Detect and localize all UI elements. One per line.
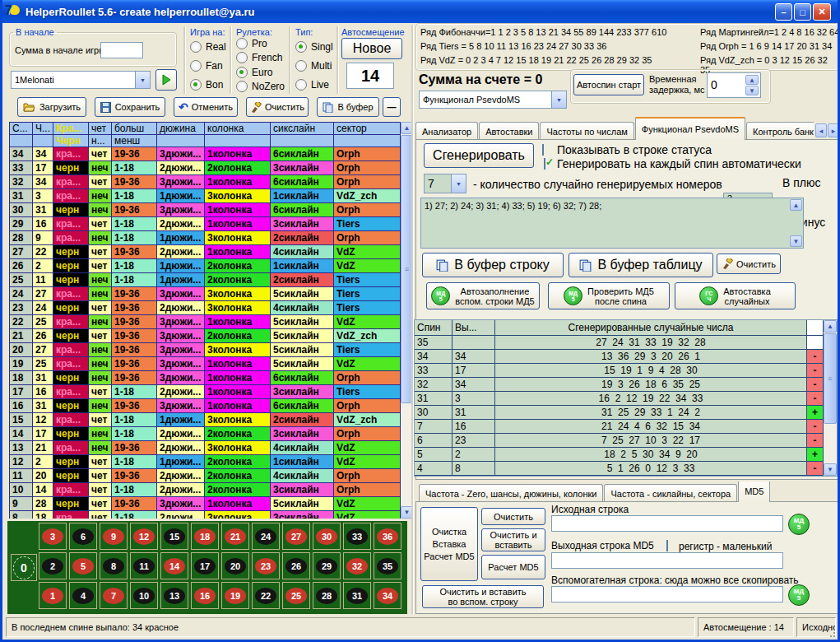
scroll-up-icon[interactable]: ▲ <box>790 199 802 211</box>
roulette-number-12[interactable]: 12 <box>130 523 158 550</box>
radio-game-bon[interactable]: Bon <box>190 79 226 91</box>
roulette-zero[interactable]: 0 <box>11 554 37 581</box>
radio-icon[interactable] <box>190 60 202 72</box>
roulette-number-28[interactable]: 28 <box>313 582 341 609</box>
minimize-button[interactable]: – <box>775 3 792 21</box>
roulette-number-27[interactable]: 27 <box>282 523 310 550</box>
autospin-start-button[interactable]: Автоспин старт <box>573 74 644 95</box>
generated-row[interactable]: 323419 3 26 18 6 35 25- <box>415 378 837 392</box>
roulette-number-21[interactable]: 21 <box>221 523 249 550</box>
generated-row[interactable]: 5218 2 5 30 34 9 20+ <box>415 448 837 462</box>
table-row[interactable]: 928чернчет19-363дюжи...1колонка5сиклайнV… <box>10 497 401 511</box>
radio-icon[interactable] <box>295 79 307 91</box>
scroll-down-icon[interactable]: ▼ <box>824 463 837 476</box>
table-row[interactable]: 262чернчет1-181дюжи...2колонка1сиклайнVd… <box>10 259 401 273</box>
radio-type-multi[interactable]: Multi <box>295 60 333 72</box>
copy-button[interactable]: В буфер <box>317 97 379 117</box>
radio-roulette-french[interactable]: French <box>236 52 285 63</box>
close-button[interactable]: ✕ <box>813 3 831 21</box>
mode-combo[interactable]: Функционал PsevdoMS ▼ <box>419 91 567 109</box>
roulette-number-33[interactable]: 33 <box>343 523 371 550</box>
generated-table-scrollbar[interactable]: ▲ ≡ ▼ <box>824 320 837 476</box>
radio-icon[interactable] <box>236 38 248 49</box>
roulette-number-18[interactable]: 18 <box>191 523 219 550</box>
spinner-up-icon[interactable]: ▲ <box>745 75 759 85</box>
table-row[interactable]: 122чернчет1-181дюжи...2колонка1сиклайнVd… <box>10 455 401 469</box>
roulette-number-17[interactable]: 17 <box>191 552 219 579</box>
resize-grip[interactable] <box>828 630 836 638</box>
md5-calc-button[interactable]: Расчет MD5 <box>481 555 545 579</box>
roulette-number-3[interactable]: 3 <box>39 523 67 550</box>
minus-button[interactable]: — <box>383 97 401 117</box>
radio-icon[interactable] <box>236 81 248 92</box>
generated-row[interactable]: 331715 19 1 9 4 28 30- <box>415 364 837 378</box>
table-row[interactable]: 3317черннеч1-182дюжи...2колонка3сиклайнO… <box>10 161 401 175</box>
roulette-number-11[interactable]: 11 <box>130 552 158 579</box>
md5-clear-paste-button[interactable]: Очистить и вставить <box>481 528 545 551</box>
table-row[interactable]: 2427кра...неч19-363дюжи...3колонка5сикла… <box>10 287 401 301</box>
table-row[interactable]: 1014кра...чет1-182дюжи...2колонка3сиклай… <box>10 483 401 497</box>
table-row[interactable]: 313кра...неч1-181дюжи...3колонка1сиклайн… <box>10 189 401 203</box>
table-row[interactable]: 2722чернчет19-362дюжи...1колонка4сиклайн… <box>10 245 401 259</box>
generated-row[interactable]: 6237 25 27 10 3 22 17- <box>415 434 837 448</box>
lowercase-checkbox[interactable] <box>666 540 668 551</box>
table-row[interactable]: 1716кра...чет1-182дюжи...1колонка3сиклай… <box>10 385 401 399</box>
radio-icon[interactable] <box>295 60 307 72</box>
table-row[interactable]: 1631черннеч19-363дюжи...1колонка6сиклайн… <box>10 399 401 413</box>
table-row[interactable]: 2511черннеч1-181дюжи...2колонка2сиклайнT… <box>10 273 401 287</box>
table-row[interactable]: 1925кра...неч19-363дюжи...1колонка5сикла… <box>10 357 401 371</box>
radio-roulette-pro[interactable]: Pro <box>236 38 285 49</box>
scroll-down-icon[interactable]: ▼ <box>790 235 802 247</box>
roulette-number-30[interactable]: 30 <box>313 523 341 550</box>
chevron-down-icon[interactable]: ▼ <box>135 72 150 88</box>
md5-icon[interactable]: МД 5 <box>788 584 810 606</box>
tab-1[interactable]: Автоставки <box>479 122 539 140</box>
show-status-checkbox[interactable] <box>542 144 544 156</box>
preset-combo[interactable]: 1Melonati ▼ <box>11 71 151 89</box>
bottom-tab-0[interactable]: Частота - Zero, шансы, дюжины, колонки <box>419 484 603 502</box>
generate-button[interactable]: Сгенерировать <box>424 143 534 168</box>
generated-row[interactable]: 303131 25 29 33 1 24 2+ <box>415 406 837 420</box>
table-row[interactable]: 3234кра...чет19-363дюжи...1колонка6сикла… <box>10 175 401 189</box>
roulette-number-22[interactable]: 22 <box>252 582 280 609</box>
roulette-number-16[interactable]: 16 <box>191 582 219 609</box>
generated-row[interactable]: 3527 24 31 33 19 32 28 <box>415 336 837 350</box>
copy-row-button[interactable]: В буфер строку <box>422 253 564 277</box>
autofill-md5-button[interactable]: МД 5 Автозаполнение вспом. строки МД5 <box>426 282 540 309</box>
roulette-number-5[interactable]: 5 <box>69 552 97 579</box>
autobet-random-button[interactable]: ГС Ч Автоставка случайных <box>675 282 796 309</box>
auto-generate-checkbox[interactable] <box>544 158 545 170</box>
table-row[interactable]: 289кра...неч1-181дюжи...3колонка2сиклайн… <box>10 231 401 245</box>
title-bar[interactable]: 7 HelperRoullet 5.6- create helperroulle… <box>0 0 840 23</box>
copy-table-button[interactable]: В буфер таблицу <box>569 253 713 277</box>
scrollbar-thumb[interactable]: ≡ <box>824 333 837 424</box>
radio-roulette-nozero[interactable]: NoZero <box>236 81 285 92</box>
chevron-down-icon[interactable]: ▼ <box>551 91 566 108</box>
tab-0[interactable]: Анализатор <box>415 122 478 140</box>
roulette-number-34[interactable]: 34 <box>374 582 401 609</box>
generated-row[interactable]: 71621 24 4 6 32 15 34- <box>415 420 837 434</box>
source-string-input[interactable] <box>551 515 783 532</box>
roulette-number-35[interactable]: 35 <box>374 552 401 579</box>
roulette-number-14[interactable]: 14 <box>160 552 188 579</box>
roulette-number-29[interactable]: 29 <box>313 552 341 579</box>
bottom-tab-1[interactable]: Частота - сиклайны, сектора <box>604 484 737 502</box>
roulette-number-23[interactable]: 23 <box>252 552 280 579</box>
tab-2[interactable]: Частоты по числам <box>540 122 633 140</box>
table-row[interactable]: 2225кра...неч19-363дюжи...1колонка5сикла… <box>10 315 401 329</box>
generated-row[interactable]: 485 1 26 0 12 3 33- <box>415 462 837 476</box>
radio-icon[interactable] <box>236 67 248 78</box>
chevron-down-icon[interactable]: ▼ <box>451 174 466 193</box>
table-row[interactable]: 1120чернчет19-362дюжи...2колонка4сиклайн… <box>10 469 401 483</box>
radio-type-singl[interactable]: Singl <box>295 41 333 53</box>
generated-row[interactable]: 31316 2 12 19 22 34 33- <box>415 392 837 406</box>
roulette-number-10[interactable]: 10 <box>130 582 158 609</box>
count-combo[interactable]: 7 ▼ <box>424 174 466 193</box>
roulette-number-24[interactable]: 24 <box>252 523 280 550</box>
roulette-number-31[interactable]: 31 <box>343 582 371 609</box>
table-row[interactable]: 2126чернчет19-363дюжи...2колонка5сиклайн… <box>10 329 401 343</box>
generated-row[interactable]: 343413 36 29 3 20 26 1- <box>415 350 837 364</box>
aux-string-input[interactable] <box>551 586 783 602</box>
roulette-number-13[interactable]: 13 <box>160 582 188 609</box>
start-sum-input[interactable] <box>100 42 143 58</box>
